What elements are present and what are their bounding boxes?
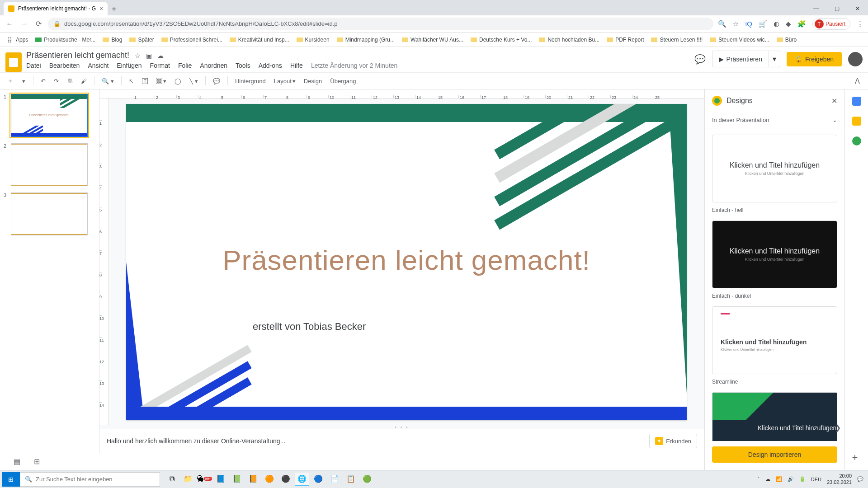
design-card-light[interactable]: Klicken und Titel hinzufügen Klicken und… <box>712 135 837 202</box>
move-icon[interactable]: ▣ <box>146 52 152 59</box>
taskbar-edge-icon[interactable]: 🔵 <box>311 473 326 486</box>
calendar-addon-icon[interactable] <box>852 97 861 106</box>
profile-paused-chip[interactable]: T Pausiert <box>812 18 850 30</box>
close-window-button[interactable]: ✕ <box>847 2 868 15</box>
taskbar-app2-icon[interactable]: 📄 <box>327 473 342 486</box>
image-tool[interactable]: 🖼 ▾ <box>153 76 170 86</box>
line-tool[interactable]: ╲ ▾ <box>187 76 201 86</box>
new-slide-dropdown[interactable]: ▾ <box>19 76 28 86</box>
slide-thumbnail-1[interactable]: Präsentieren leicht gemacht! <box>11 94 88 137</box>
bookmark-item[interactable]: Wahlfächer WU Aus... <box>399 35 466 45</box>
menu-ansicht[interactable]: Ansicht <box>88 62 108 69</box>
slide-subtitle-text[interactable]: erstellt von Tobias Becker <box>253 321 366 333</box>
minimize-button[interactable]: — <box>806 2 826 15</box>
tray-wifi-icon[interactable]: 📶 <box>776 476 782 482</box>
filmstrip-view-icon[interactable]: ▤ <box>14 457 20 466</box>
taskbar-word-icon[interactable]: 📘 <box>213 473 228 486</box>
bookmark-item[interactable]: Mindmapping (Gru... <box>334 35 397 45</box>
tray-battery-icon[interactable]: 🔋 <box>799 476 806 482</box>
redo-button[interactable]: ↷ <box>51 76 61 86</box>
tray-language[interactable]: DEU <box>811 477 821 482</box>
add-addon-icon[interactable]: + <box>852 452 861 461</box>
address-bar[interactable]: 🔒 docs.google.com/presentation/d/1yV372S… <box>48 18 713 30</box>
bookmark-item[interactable]: Professionell Schrei... <box>159 35 225 45</box>
select-tool[interactable]: ↖ <box>126 76 137 86</box>
slides-logo-icon[interactable] <box>5 52 22 72</box>
bookmark-item[interactable]: Noch hochladen Bu... <box>536 35 602 45</box>
collapse-toolbar-icon[interactable]: ᐱ <box>851 75 863 87</box>
new-tab-button[interactable]: + <box>108 3 120 15</box>
close-panel-icon[interactable]: ✕ <box>831 97 837 105</box>
bookmark-item[interactable]: Kursideen <box>294 35 332 45</box>
last-edit-label[interactable]: Letzte Änderung vor 2 Minuten <box>311 62 397 69</box>
extension-icon-3[interactable]: ◐ <box>774 20 779 28</box>
menu-addons[interactable]: Add-ons <box>259 62 282 69</box>
next-arrow-icon[interactable]: ❯ <box>835 423 841 432</box>
explore-button[interactable]: ✦ Erkunden <box>649 434 697 448</box>
import-design-button[interactable]: Design importieren <box>712 446 837 463</box>
taskbar-explorer-icon[interactable]: 📁 <box>181 473 195 486</box>
taskbar-obs-icon[interactable]: ⚫ <box>278 473 293 486</box>
slide-filmstrip[interactable]: 1 Präsentieren leicht gemacht! 2 3 <box>0 89 99 453</box>
slide-thumbnail-2[interactable] <box>11 143 88 186</box>
bookmark-item[interactable]: Produktsuche - Mer... <box>33 35 98 45</box>
windows-search[interactable]: 🔍 Zur Suche Text hier eingeben <box>20 472 160 487</box>
task-view-icon[interactable]: ⧉ <box>165 473 179 486</box>
extensions-menu-icon[interactable]: 🧩 <box>797 20 806 28</box>
menu-einfuegen[interactable]: Einfügen <box>117 62 142 69</box>
bookmark-item[interactable]: Kreativität und Insp... <box>227 35 292 45</box>
bookmark-item[interactable]: Blog <box>100 35 125 45</box>
present-dropdown-icon[interactable]: ▾ <box>769 51 780 67</box>
grid-view-icon[interactable]: ⊞ <box>34 457 40 466</box>
taskbar-excel-icon[interactable]: 📗 <box>230 473 244 486</box>
account-avatar[interactable] <box>848 52 863 66</box>
print-button[interactable]: 🖶 <box>64 76 75 86</box>
start-button[interactable]: ⊞ <box>2 472 20 487</box>
bookmark-star-icon[interactable]: ☆ <box>733 20 739 28</box>
taskbar-app3-icon[interactable]: 📋 <box>344 473 358 486</box>
design-card-focus[interactable]: Klicken und Titel hinzufügen <box>712 392 837 441</box>
comments-icon[interactable]: 💬 <box>694 54 706 65</box>
zoom-icon[interactable]: 🔍 <box>718 20 726 28</box>
bookmark-item[interactable]: Steuern Lesen !!!! <box>648 35 705 45</box>
forward-button[interactable]: → <box>19 20 29 28</box>
background-button[interactable]: Hintergrund <box>232 76 269 86</box>
system-tray[interactable]: ˄ ☁ 📶 🔊 🔋 DEU 20:00 23.02.2021 💬 <box>757 473 866 485</box>
slide-thumbnail-3[interactable] <box>11 192 88 235</box>
designs-section-header[interactable]: In dieser Präsentation ⌄ <box>705 112 844 128</box>
tasks-addon-icon[interactable] <box>852 136 861 145</box>
menu-anordnen[interactable]: Anordnen <box>200 62 227 69</box>
bookmark-item[interactable]: PDF Report <box>604 35 646 45</box>
tray-clock[interactable]: 20:00 23.02.2021 <box>827 473 852 485</box>
menu-datei[interactable]: Datei <box>26 62 41 69</box>
slide-title-text[interactable]: Präsentieren leicht gemacht! <box>126 244 687 276</box>
keep-addon-icon[interactable] <box>852 117 861 126</box>
close-tab-icon[interactable]: × <box>99 5 103 12</box>
taskbar-weather-icon[interactable]: 🌦99+ <box>197 473 212 486</box>
transition-button[interactable]: Übergang <box>327 76 359 86</box>
taskbar-chrome-icon[interactable]: 🌐 <box>295 473 309 486</box>
present-button[interactable]: ▶Präsentieren ▾ <box>712 51 780 67</box>
layout-button[interactable]: Layout ▾ <box>271 76 298 86</box>
reload-button[interactable]: ⟳ <box>33 19 43 28</box>
menu-tools[interactable]: Tools <box>236 62 250 69</box>
extension-icon-1[interactable]: IQ <box>745 20 752 28</box>
tray-chevron-icon[interactable]: ˄ <box>757 476 760 482</box>
menu-format[interactable]: Format <box>150 62 170 69</box>
horizontal-ruler[interactable]: 1234567891011121314151617181920212223242… <box>99 89 704 99</box>
menu-folie[interactable]: Folie <box>178 62 192 69</box>
tray-notifications-icon[interactable]: 💬 <box>857 476 863 482</box>
comment-tool[interactable]: 💬 <box>210 76 223 86</box>
browser-tab[interactable]: Präsentieren leicht gemacht! - G × <box>4 2 108 15</box>
menu-bearbeiten[interactable]: Bearbeiten <box>49 62 80 69</box>
paint-format-button[interactable]: 🖌 <box>78 76 90 86</box>
menu-hilfe[interactable]: Hilfe <box>290 62 303 69</box>
notes-text[interactable]: Hallo und herzlich willkommen zu dieser … <box>107 437 285 445</box>
bookmark-item[interactable]: Später <box>127 35 156 45</box>
zoom-button[interactable]: 🔍 ▾ <box>99 76 117 86</box>
document-title[interactable]: Präsentieren leicht gemacht! <box>26 51 129 60</box>
taskbar-spotify-icon[interactable]: 🟢 <box>360 473 374 486</box>
undo-button[interactable]: ↶ <box>38 76 48 86</box>
speaker-notes[interactable]: Hallo und herzlich willkommen zu dieser … <box>99 429 704 453</box>
cloud-saved-icon[interactable]: ☁ <box>157 52 164 59</box>
